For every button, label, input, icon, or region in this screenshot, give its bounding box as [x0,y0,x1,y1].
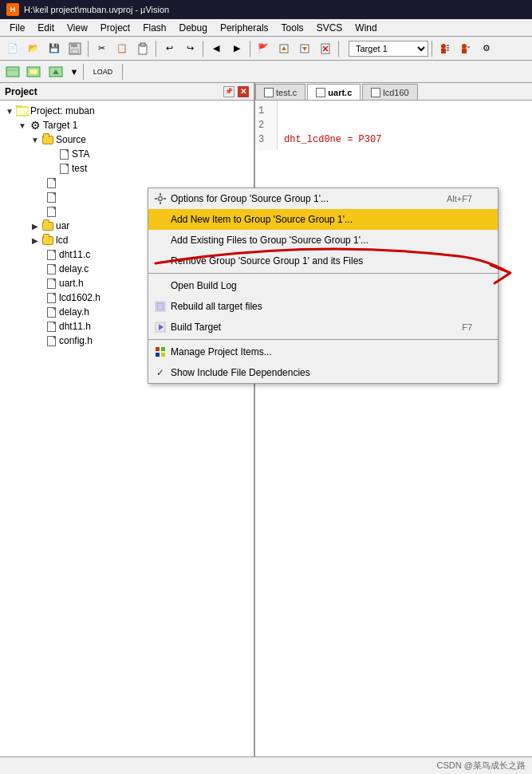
watermark: CSDN @菜鸟成长之路 [437,760,526,772]
context-manage-label: Manage Project Items... [171,346,272,357]
checkmark-icon: ✓ [153,365,167,380]
toolbar2-load-btn[interactable]: LOAD [87,63,119,81]
tab-testc[interactable]: test.c [255,84,305,100]
tree-target-toggle[interactable]: ▼ [16,121,29,130]
debug-button[interactable] [435,40,455,57]
tab-bar: test.c uart.c lcd160 [255,83,532,101]
svg-point-28 [159,197,163,201]
options-button[interactable]: ⚙ [477,40,496,57]
file-icon-4 [45,192,57,203]
bookmark-next-button[interactable] [295,40,314,57]
uar-folder-icon [41,220,54,231]
context-menu-show-deps[interactable]: ✓ Show Include File Dependencies [148,362,498,383]
context-build-shortcut: F7 [462,322,472,332]
svg-rect-30 [160,202,161,204]
nav-back-button[interactable]: ◀ [207,40,226,57]
tab-testc-label: test.c [276,88,297,97]
toolbar-secondary: ▼ LOAD [0,61,532,83]
save-file-button[interactable]: 💾 [45,40,64,57]
svg-rect-4 [140,43,145,46]
toolbar2-dropdown[interactable]: ▼ [69,63,80,81]
toolbar2-btn2[interactable] [24,63,43,81]
svg-rect-32 [164,198,166,199]
menu-edit[interactable]: Edit [31,21,61,35]
menu-svcs[interactable]: SVCS [310,21,349,35]
new-file-button[interactable]: 📄 [3,40,22,57]
svg-marker-27 [16,105,22,107]
menu-tools[interactable]: Tools [275,21,310,35]
run-button[interactable] [456,40,475,57]
toolbar2-btn3[interactable] [45,63,67,81]
menu-flash[interactable]: Flash [136,21,172,35]
context-separator-2 [148,339,498,340]
paste-button[interactable] [133,40,152,57]
file-icon-delayc [45,263,57,274]
panel-close-button[interactable]: ✕ [238,86,249,97]
context-add-existing-label: Add Existing Files to Group 'Source Grou… [171,235,368,246]
tab-uartc-icon [316,88,325,97]
context-menu-build[interactable]: Build Target F7 [148,317,498,338]
rebuild-icon [153,299,167,314]
context-build-log-label: Open Build Log [171,280,237,291]
context-menu-options[interactable]: Options for Group 'Source Group 1'... Al… [148,188,498,209]
menu-wind[interactable]: Wind [349,21,383,35]
menu-file[interactable]: File [3,21,31,35]
toolbar-sep-5 [338,41,339,57]
line-num-3: 3 [258,132,274,147]
context-menu-add-new[interactable]: Add New Item to Group 'Source Group 1'..… [148,209,498,230]
bookmark-clear-button[interactable] [316,40,335,57]
toolbar-sep-3 [203,41,203,57]
tree-target-label: Target 1 [43,120,77,131]
context-options-label: Options for Group 'Source Group 1'... [171,193,329,204]
menu-peripherals[interactable]: Peripherals [214,21,275,35]
context-remove-group-label: Remove Group 'Source Group 1' and its Fi… [171,255,363,267]
menu-project[interactable]: Project [94,21,136,35]
tab-lcd160[interactable]: lcd160 [362,84,417,100]
nav-fwd-button[interactable]: ▶ [227,40,246,57]
manage-icon [153,345,167,359]
panel-controls: 📌 ✕ [223,86,249,97]
file-icon-uarth [45,278,57,289]
bookmark-button[interactable]: 🚩 [254,40,273,57]
project-panel-header: Project 📌 ✕ [0,83,254,101]
tree-file-sta-label: STA [72,148,89,160]
toolbar-sep-4 [250,41,250,57]
undo-button[interactable]: ↩ [160,40,179,57]
add-new-icon [153,212,167,227]
bookmark-prev-button[interactable] [274,40,294,57]
svg-rect-37 [156,347,160,351]
menu-view[interactable]: View [61,21,94,35]
redo-button[interactable]: ↪ [180,40,199,57]
context-menu-add-existing[interactable]: Add Existing Files to Group 'Source Grou… [148,230,498,251]
tree-source-toggle[interactable]: ▼ [29,136,41,144]
context-build-label: Build Target [171,322,221,333]
tree-uar-toggle[interactable]: ▶ [29,222,41,231]
context-menu-rebuild[interactable]: Rebuild all target files [148,296,498,317]
tree-root-toggle[interactable]: ▼ [3,107,16,116]
menu-debug[interactable]: Debug [173,21,214,35]
tree-root[interactable]: ▼ Project: muban [0,104,254,118]
target-selector[interactable]: Target 1 [349,41,428,57]
folder-icon [41,134,54,145]
title-bar: H H:\keil project\muban.uvproj - µVision [0,0,532,19]
tree-source-group[interactable]: ▼ Source [0,132,254,147]
context-menu-manage[interactable]: Manage Project Items... [148,342,498,362]
open-file-button[interactable]: 📂 [24,40,43,57]
tab-uartc[interactable]: uart.c [307,84,361,100]
save-all-button[interactable] [65,40,85,57]
tree-uarth-label: uart.h [59,278,84,289]
code-line-1 [284,104,529,118]
tree-file-sta[interactable]: STA [0,147,254,161]
tree-file-test[interactable]: test [0,161,254,176]
cut-button[interactable]: ✂ [92,40,111,57]
context-menu-build-log[interactable]: Open Build Log [148,275,498,296]
tree-lcd-toggle[interactable]: ▶ [29,236,41,245]
copy-button[interactable]: 📋 [112,40,132,57]
panel-pin-button[interactable]: 📌 [223,86,234,97]
context-menu-remove-group[interactable]: Remove Group 'Source Group 1' and its Fi… [148,251,498,271]
toolbar2-btn1[interactable] [3,63,22,81]
tree-source-label: Source [56,134,86,145]
context-options-shortcut: Alt+F7 [447,194,472,203]
tree-target[interactable]: ▼ ⚙ Target 1 [0,118,254,132]
file-icon-dht11h [45,321,57,332]
